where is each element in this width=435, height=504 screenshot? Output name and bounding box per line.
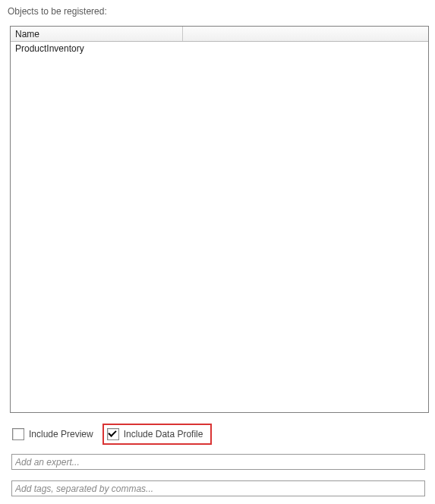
column-header-name[interactable]: Name bbox=[11, 27, 183, 41]
include-data-profile-label: Include Data Profile bbox=[124, 429, 203, 439]
expert-input[interactable] bbox=[11, 454, 425, 470]
include-data-profile-checkbox[interactable] bbox=[107, 428, 119, 440]
include-preview-group[interactable]: Include Preview bbox=[12, 428, 93, 440]
options-row: Include Preview Include Data Profile bbox=[12, 424, 429, 445]
table-body: ProductInventory bbox=[11, 42, 428, 412]
panel-title: Objects to be registered: bbox=[8, 6, 429, 17]
cell-name: ProductInventory bbox=[15, 43, 84, 54]
include-data-profile-highlight: Include Data Profile bbox=[102, 424, 213, 445]
include-preview-label: Include Preview bbox=[29, 429, 93, 439]
tags-input[interactable] bbox=[11, 480, 425, 496]
objects-registration-panel: Objects to be registered: Name ProductIn… bbox=[0, 0, 435, 504]
objects-table: Name ProductInventory bbox=[10, 26, 429, 413]
table-row[interactable]: ProductInventory bbox=[11, 42, 428, 55]
include-preview-checkbox[interactable] bbox=[12, 428, 24, 440]
table-header: Name bbox=[11, 27, 428, 42]
column-header-spacer bbox=[183, 27, 428, 41]
